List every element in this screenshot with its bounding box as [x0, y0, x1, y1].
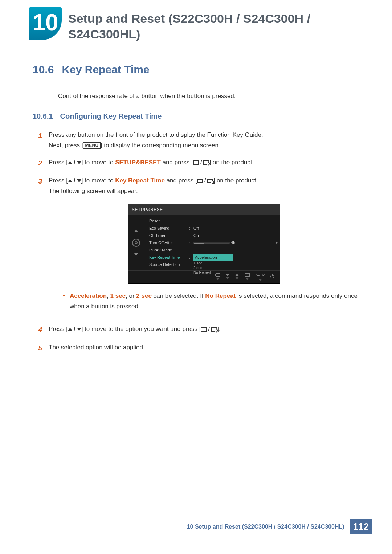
- step-body: Press [/] to move to Key Repeat Time and…: [49, 176, 359, 317]
- page-number: 112: [350, 519, 372, 534]
- section-description: Control the response rate of a button wh…: [58, 93, 359, 100]
- select-enter-icon: /: [197, 176, 213, 186]
- up-down-icon: /: [68, 324, 81, 335]
- text: ] to move to: [81, 177, 115, 184]
- step-3: 3 Press [/] to move to Key Repeat Time a…: [36, 176, 359, 317]
- footer-text: 10 Setup and Reset (S22C300H / S24C300H …: [187, 524, 344, 530]
- text: can be selected. If: [152, 292, 205, 299]
- step-number: 4: [36, 324, 42, 336]
- step-body: Press any button on the front of the pro…: [49, 130, 263, 151]
- osd-value: 4h: [193, 239, 278, 246]
- up-down-icon: /: [68, 157, 81, 168]
- step-body: Press [/] to move to the option you want…: [49, 324, 221, 336]
- chapter-number-badge: 10: [29, 7, 62, 40]
- text: Press [: [49, 325, 68, 332]
- select-enter-icon: /: [201, 324, 217, 335]
- page-header: 10 Setup and Reset (S22C300H / S24C300H …: [0, 0, 392, 49]
- page-footer: 10 Setup and Reset (S22C300H / S24C300H …: [187, 519, 372, 534]
- text: Press [: [49, 177, 68, 184]
- osd-selected-value: Acceleration: [193, 254, 233, 261]
- option-1sec: 1 sec: [110, 292, 126, 299]
- step-number: 2: [36, 157, 42, 169]
- osd-back-icon: [216, 273, 220, 277]
- osd-item-pcav: PC/AV Mode: [149, 247, 189, 254]
- osd-item-source: Source Detection: [149, 261, 189, 268]
- step-1-line-b: Next, press [MENU] to display the corres…: [49, 140, 263, 151]
- section-number: 10.6: [33, 63, 54, 76]
- step-body: The selected option will be applied.: [49, 342, 145, 354]
- osd-up-icon: [134, 230, 138, 232]
- osd-title: SETUP&RESET: [128, 204, 280, 215]
- options-note: Acceleration, 1 sec, or 2 sec can be sel…: [63, 291, 359, 312]
- subsection-title: Configuring Key Repeat Time: [60, 112, 162, 120]
- power-icon: [270, 275, 274, 278]
- text: ] to display the corresponding menu scre…: [101, 142, 220, 149]
- chapter-title: Setup and Reset (S22C300H / S24C300H / S…: [68, 7, 344, 42]
- section-heading: 10.6 Key Repeat Time: [33, 63, 359, 76]
- osd-screenshot: SETUP&RESET Reset Eco Saving:Off Off Tim…: [128, 204, 280, 284]
- osd-item-offtimer: Off Timer: [149, 232, 189, 239]
- step-1-line-a: Press any button on the front of the pro…: [49, 130, 263, 140]
- text: and press [: [161, 159, 193, 166]
- osd-option: No Repeat: [193, 270, 278, 275]
- text: Press [: [49, 159, 68, 166]
- osd-value: Off: [193, 225, 278, 232]
- option-no-repeat: No Repeat: [205, 292, 236, 299]
- osd-slider-value: 4h: [231, 241, 235, 245]
- step-number: 3: [36, 176, 42, 317]
- osd-left-nav: [128, 215, 144, 270]
- step-4: 4 Press [/] to move to the option you wa…: [36, 324, 359, 336]
- text: ] on the product.: [213, 177, 258, 184]
- step-body: Press [/] to move to SETUP&RESET and pre…: [49, 157, 254, 169]
- osd-value: On: [193, 232, 278, 239]
- osd-item-reset: Reset: [149, 218, 189, 225]
- osd-menu-list: Reset Eco Saving:Off Off Timer:On Turn O…: [144, 215, 280, 270]
- text: and press [: [165, 177, 197, 184]
- select-enter-icon: /: [193, 157, 209, 168]
- bullet-icon: [63, 295, 65, 296]
- osd-right-arrow-icon: [276, 241, 278, 244]
- subsection-number: 10.6.1: [33, 112, 53, 120]
- text: Next, press [: [49, 142, 83, 149]
- text: , or: [126, 292, 136, 299]
- up-down-icon: /: [68, 176, 81, 186]
- gear-icon: [132, 239, 140, 247]
- osd-item-eco: Eco Saving: [149, 225, 189, 232]
- steps-list: 1 Press any button on the front of the p…: [36, 130, 359, 354]
- text: ] on the product.: [209, 159, 254, 166]
- step-number: 5: [36, 342, 42, 354]
- osd-down-icon: [134, 253, 138, 256]
- step-2: 2 Press [/] to move to SETUP&RESET and p…: [36, 157, 359, 169]
- step-5: 5 The selected option will be applied.: [36, 342, 359, 354]
- osd-item-key-repeat: Key Repeat Time: [149, 254, 189, 261]
- setup-reset-label: SETUP&RESET: [115, 159, 161, 166]
- text: ,: [107, 292, 110, 299]
- section-title: Key Repeat Time: [62, 63, 149, 76]
- menu-button-icon: MENU: [83, 142, 100, 149]
- text: ].: [217, 325, 220, 332]
- option-acceleration: Acceleration: [70, 292, 107, 299]
- text: ] to move to the option you want and pre…: [81, 325, 201, 332]
- step-number: 1: [36, 130, 42, 151]
- subsection-heading: 10.6.1 Configuring Key Repeat Time: [33, 112, 359, 120]
- osd-item-turnoff: Turn Off After: [149, 239, 189, 246]
- content-area: 10.6 Key Repeat Time Control the respons…: [0, 49, 392, 354]
- option-2sec: 2 sec: [136, 292, 152, 299]
- step-3-follow: The following screen will appear.: [49, 186, 359, 197]
- text: ] to move to: [81, 159, 115, 166]
- step-1: 1 Press any button on the front of the p…: [36, 130, 359, 151]
- key-repeat-time-label: Key Repeat Time: [115, 177, 165, 184]
